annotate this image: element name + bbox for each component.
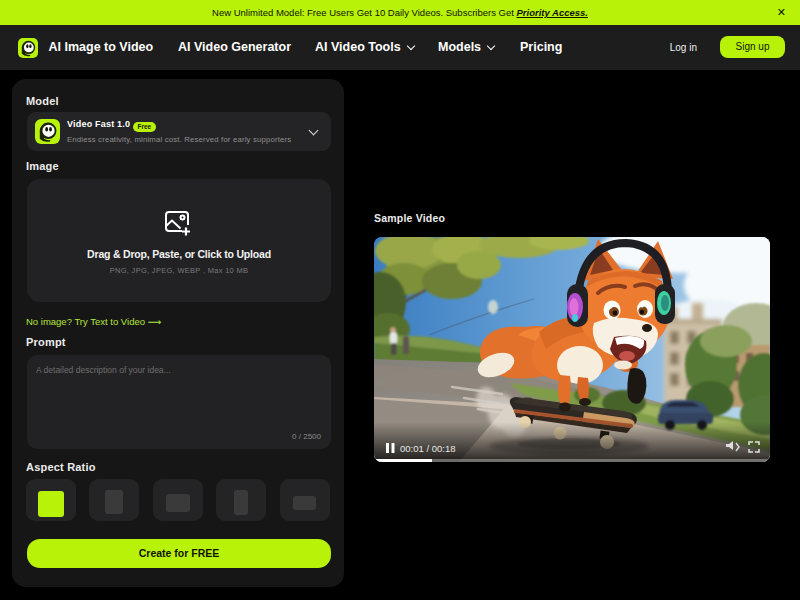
svg-text:00:01 / 00:18: 00:01 / 00:18 xyxy=(400,443,455,454)
